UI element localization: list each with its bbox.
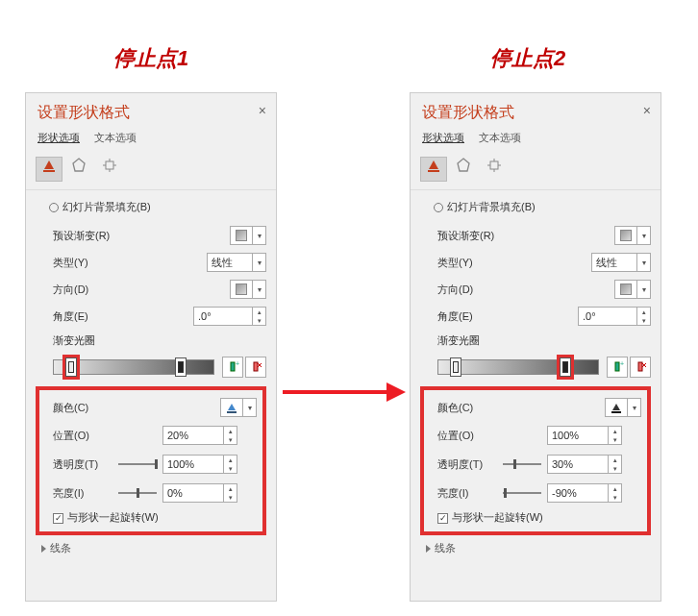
- annotation-stop2: 停止点2: [490, 44, 565, 73]
- gradient-track[interactable]: [437, 359, 599, 375]
- add-stop-button[interactable]: +: [222, 357, 243, 378]
- angle-spinner[interactable]: ▴▾: [637, 307, 651, 326]
- fill-line-icon[interactable]: [420, 157, 447, 182]
- gradient-stop-1[interactable]: [65, 357, 77, 377]
- transparency-input[interactable]: 100%: [162, 455, 224, 474]
- svg-rect-15: [490, 161, 498, 169]
- direction-label: 方向(D): [437, 283, 614, 297]
- format-shape-panel-left: 设置形状格式 × 形状选项 文本选项 幻灯片背景填充(B) 预设渐变(R) ▾ …: [25, 92, 277, 602]
- transparency-spinner[interactable]: ▴▾: [609, 455, 622, 474]
- color-label: 颜色(C): [53, 401, 220, 415]
- gradient-stop-2[interactable]: [560, 357, 571, 377]
- rotate-with-shape-checkbox[interactable]: ✓与形状一起旋转(W): [424, 507, 645, 528]
- fill-line-icon[interactable]: [36, 157, 62, 182]
- position-label: 位置(O): [437, 429, 497, 443]
- svg-rect-2: [106, 161, 113, 169]
- position-input[interactable]: 20%: [162, 426, 224, 445]
- radio-slide-bg-label: 幻灯片背景填充(B): [447, 201, 536, 212]
- color-dropdown[interactable]: ▾: [220, 398, 257, 417]
- svg-rect-0: [43, 170, 55, 172]
- angle-input[interactable]: .0°: [578, 307, 637, 326]
- gradient-stops-label: 渐变光圈: [420, 330, 651, 350]
- remove-stop-button[interactable]: [245, 357, 266, 378]
- rotate-with-shape-checkbox[interactable]: ✓与形状一起旋转(W): [39, 507, 261, 528]
- transparency-slider[interactable]: [503, 458, 541, 470]
- type-label: 类型(Y): [53, 256, 207, 270]
- svg-rect-13: [428, 170, 439, 172]
- size-props-icon[interactable]: [481, 157, 508, 182]
- close-icon[interactable]: ×: [259, 103, 266, 118]
- arrow-right: [283, 382, 406, 402]
- brightness-label: 亮度(I): [437, 486, 497, 501]
- color-label: 颜色(C): [437, 401, 605, 415]
- svg-text:+: +: [236, 360, 239, 367]
- effects-icon[interactable]: [450, 157, 477, 182]
- position-spinner[interactable]: ▴▾: [609, 426, 622, 445]
- transparency-input[interactable]: 30%: [547, 455, 609, 474]
- color-dropdown[interactable]: ▾: [605, 398, 641, 417]
- brightness-input[interactable]: 0%: [162, 483, 224, 503]
- svg-rect-25: [611, 411, 621, 413]
- svg-rect-12: [227, 411, 237, 413]
- gradient-stop-2[interactable]: [175, 357, 187, 377]
- angle-label: 角度(E): [437, 309, 578, 324]
- gradient-track[interactable]: [53, 359, 214, 375]
- annotation-stop1: 停止点1: [113, 44, 188, 73]
- rotate-label: 与形状一起旋转(W): [67, 511, 159, 523]
- direction-dropdown[interactable]: ▾: [614, 280, 651, 299]
- remove-stop-button[interactable]: [630, 357, 651, 378]
- panel-title: 设置形状格式: [37, 103, 264, 123]
- type-value: 线性: [207, 253, 253, 272]
- svg-marker-14: [458, 159, 469, 171]
- angle-input[interactable]: .0°: [193, 307, 253, 326]
- tab-text-options[interactable]: 文本选项: [94, 131, 137, 145]
- tab-shape-options[interactable]: 形状选项: [422, 131, 464, 145]
- transparency-label: 透明度(T): [53, 457, 112, 472]
- highlighted-settings: 颜色(C) ▾ 位置(O) 20% ▴▾ 透明度(T) 100% ▴▾ 亮度(I…: [36, 386, 266, 535]
- radio-slide-bg-fill[interactable]: 幻灯片背景填充(B): [420, 198, 651, 222]
- transparency-label: 透明度(T): [437, 457, 497, 472]
- svg-rect-20: [615, 362, 619, 371]
- brightness-input[interactable]: -90%: [547, 483, 609, 503]
- add-stop-button[interactable]: +: [607, 357, 628, 378]
- brightness-slider[interactable]: [118, 487, 157, 499]
- effects-icon[interactable]: [65, 157, 92, 182]
- brightness-spinner[interactable]: ▴▾: [224, 483, 237, 503]
- transparency-slider[interactable]: [118, 458, 157, 470]
- size-props-icon[interactable]: [96, 157, 123, 182]
- expand-icon: [41, 545, 46, 553]
- svg-text:+: +: [620, 360, 624, 367]
- preset-gradient-dropdown[interactable]: ▾: [614, 226, 651, 245]
- type-label: 类型(Y): [437, 256, 591, 270]
- line-section-toggle[interactable]: 线条: [420, 535, 651, 559]
- svg-rect-22: [638, 362, 642, 371]
- radio-slide-bg-fill[interactable]: 幻灯片背景填充(B): [36, 198, 266, 222]
- tab-shape-options[interactable]: 形状选项: [37, 131, 80, 145]
- brightness-label: 亮度(I): [53, 486, 112, 501]
- type-dropdown[interactable]: 线性▾: [207, 253, 266, 272]
- brightness-spinner[interactable]: ▴▾: [609, 483, 622, 503]
- line-section-toggle[interactable]: 线条: [36, 535, 266, 559]
- gradient-stops-label: 渐变光圈: [36, 330, 266, 350]
- svg-marker-1: [73, 159, 85, 171]
- direction-dropdown[interactable]: ▾: [230, 280, 266, 299]
- position-spinner[interactable]: ▴▾: [224, 426, 237, 445]
- preset-gradient-dropdown[interactable]: ▾: [230, 226, 266, 245]
- angle-label: 角度(E): [53, 309, 193, 324]
- radio-slide-bg-label: 幻灯片背景填充(B): [62, 201, 151, 212]
- preset-gradient-label: 预设渐变(R): [53, 229, 230, 243]
- tab-text-options[interactable]: 文本选项: [479, 131, 521, 145]
- svg-rect-9: [254, 362, 258, 371]
- close-icon[interactable]: ×: [643, 103, 651, 118]
- type-value: 线性: [591, 253, 637, 272]
- rotate-label: 与形状一起旋转(W): [452, 511, 543, 523]
- type-dropdown[interactable]: 线性▾: [591, 253, 651, 272]
- transparency-spinner[interactable]: ▴▾: [224, 455, 237, 474]
- brightness-slider[interactable]: [503, 487, 541, 499]
- position-label: 位置(O): [53, 429, 112, 443]
- gradient-stop-1[interactable]: [450, 357, 461, 377]
- format-shape-panel-right: 设置形状格式 × 形状选项 文本选项 幻灯片背景填充(B) 预设渐变(R) ▾ …: [410, 92, 661, 602]
- highlighted-settings: 颜色(C) ▾ 位置(O) 100% ▴▾ 透明度(T) 30% ▴▾ 亮度(I…: [420, 386, 651, 535]
- position-input[interactable]: 100%: [547, 426, 609, 445]
- angle-spinner[interactable]: ▴▾: [253, 307, 266, 326]
